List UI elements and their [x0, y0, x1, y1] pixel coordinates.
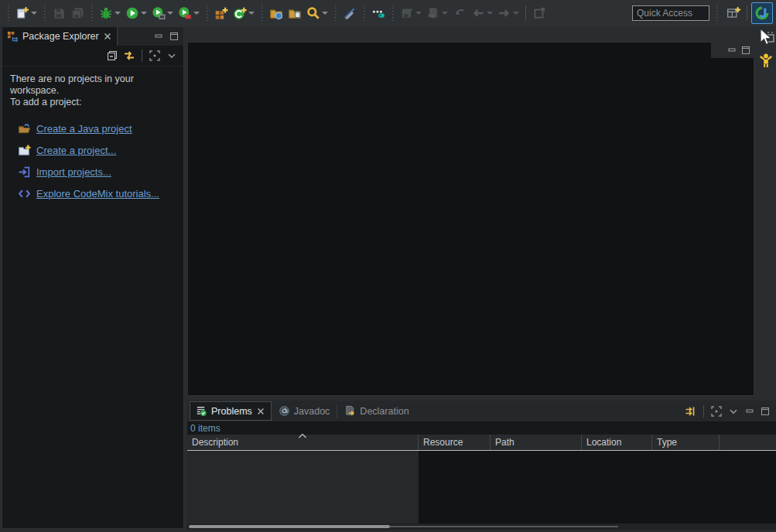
new-wizard-button[interactable] [13, 3, 32, 23]
view-menu-button[interactable] [163, 47, 180, 64]
search-dropdown[interactable] [322, 12, 328, 15]
new-codemix-dropdown[interactable] [248, 12, 255, 15]
collapse-all-icon [106, 49, 118, 62]
horizontal-scrollbar[interactable] [187, 523, 776, 530]
maximize-editor-button[interactable] [740, 45, 751, 56]
view-menu-button[interactable] [725, 403, 742, 420]
column-header-description[interactable]: Description [187, 435, 419, 450]
focus-button[interactable] [708, 403, 725, 420]
link-row: Explore CodeMix tutorials... [18, 187, 183, 200]
maximize-view-button[interactable] [166, 29, 182, 44]
column-header-resource[interactable]: Resource [419, 435, 491, 450]
maximize-icon [169, 31, 179, 42]
previous-edit-location-button[interactable] [424, 3, 443, 23]
coverage-dropdown[interactable] [193, 12, 200, 15]
toggle-mark-occurrences-button[interactable] [340, 3, 359, 23]
open-perspective-button[interactable] [724, 3, 743, 23]
run-external-dropdown[interactable] [167, 12, 173, 15]
column-header-path[interactable]: Path [491, 435, 582, 450]
chevron-down-icon [166, 50, 177, 61]
scrollbar-thumb[interactable] [189, 525, 390, 528]
back-to-last-edit-button[interactable] [450, 3, 469, 23]
link-row: Import projects... [18, 165, 183, 179]
coverage-icon [178, 6, 192, 20]
minimize-icon [726, 45, 737, 56]
back-button[interactable] [469, 3, 487, 23]
sort-ascending-icon [298, 433, 307, 438]
link-with-editor-button[interactable] [682, 403, 699, 420]
toolbar-drag-handle [361, 5, 367, 22]
last-edit-location-button[interactable] [398, 3, 416, 23]
coverage-button[interactable] [176, 3, 194, 23]
create-java-project-link[interactable]: Create a Java project [36, 123, 132, 135]
new-java-project-button[interactable] [212, 3, 231, 23]
back-dropdown[interactable] [487, 12, 493, 15]
open-resource-button[interactable] [285, 3, 304, 23]
problems-item-count: 0 items [187, 421, 776, 435]
create-project-link[interactable]: Create a project... [36, 145, 116, 156]
previous-edit-location-icon [426, 6, 440, 20]
javadoc-icon [279, 405, 290, 417]
tab-package-explorer[interactable]: Package Explorer [2, 27, 118, 46]
save-button[interactable] [50, 3, 68, 23]
pin-editor-icon [532, 6, 546, 20]
toolbar-drag-handle [204, 5, 210, 22]
save-icon [52, 6, 66, 20]
run-button[interactable] [123, 3, 142, 23]
toolbar-separator [747, 5, 747, 21]
tab-problems[interactable]: Problems [190, 401, 272, 421]
maximize-view-button[interactable] [757, 404, 773, 419]
package-explorer-panel: Package Explorer [2, 26, 184, 529]
collapse-all-button[interactable] [104, 47, 121, 64]
toolbar-drag-handle [714, 5, 720, 22]
save-all-button[interactable] [68, 3, 87, 23]
save-all-icon [70, 6, 84, 20]
close-icon[interactable] [103, 32, 112, 41]
minimize-icon [153, 31, 164, 42]
run-external-button[interactable] [149, 3, 168, 23]
new-project-icon [18, 144, 31, 157]
user-profile-icon[interactable] [759, 53, 773, 68]
explore-codemix-link[interactable]: Explore CodeMix tutorials... [36, 188, 159, 200]
focus-button[interactable] [146, 47, 163, 64]
package-explorer-tabrow: Package Explorer [2, 27, 183, 46]
quick-access-input[interactable] [632, 5, 709, 21]
import-projects-link[interactable]: Import projects... [36, 166, 111, 178]
previous-edit-location-dropdown[interactable] [442, 12, 448, 15]
problems-table-body[interactable] [187, 451, 776, 523]
close-icon[interactable] [256, 407, 265, 416]
new-wizard-dropdown[interactable] [31, 12, 37, 15]
toolbar-drag-handle [259, 5, 265, 22]
link-row: Create a Java project [18, 122, 183, 135]
open-type-icon [269, 6, 283, 20]
codemix-toggle-button[interactable] [369, 3, 388, 23]
forward-button[interactable] [495, 3, 514, 23]
tab-javadoc[interactable]: Javadoc [272, 401, 337, 421]
debug-button[interactable] [97, 3, 115, 23]
minimize-view-button[interactable] [742, 404, 757, 419]
maximize-icon [760, 406, 771, 417]
run-dropdown[interactable] [141, 12, 147, 15]
focus-icon [149, 49, 161, 62]
column-header-type[interactable]: Type [652, 435, 720, 450]
open-type-button[interactable] [267, 3, 285, 23]
column-header-location[interactable]: Location [582, 435, 652, 450]
minimize-editor-button[interactable] [726, 45, 737, 56]
link-with-editor-button[interactable] [121, 47, 138, 64]
main-toolbar [0, 0, 776, 26]
forward-dropdown[interactable] [513, 12, 519, 15]
link-with-editor-icon [123, 49, 135, 62]
tab-declaration[interactable]: Declaration [337, 401, 415, 421]
debug-dropdown[interactable] [115, 12, 121, 15]
pin-editor-button[interactable] [530, 3, 549, 23]
column-label: Resource [423, 437, 463, 448]
minimize-view-button[interactable] [151, 29, 166, 44]
java-perspective-button[interactable] [751, 2, 773, 24]
back-to-last-edit-icon [453, 6, 467, 20]
search-button[interactable] [304, 3, 323, 23]
last-edit-location-dropdown[interactable] [415, 12, 422, 15]
column-label: Description [192, 437, 238, 448]
new-codemix-project-button[interactable] [231, 3, 249, 23]
open-perspective-icon [726, 6, 740, 20]
declaration-icon [344, 405, 356, 417]
